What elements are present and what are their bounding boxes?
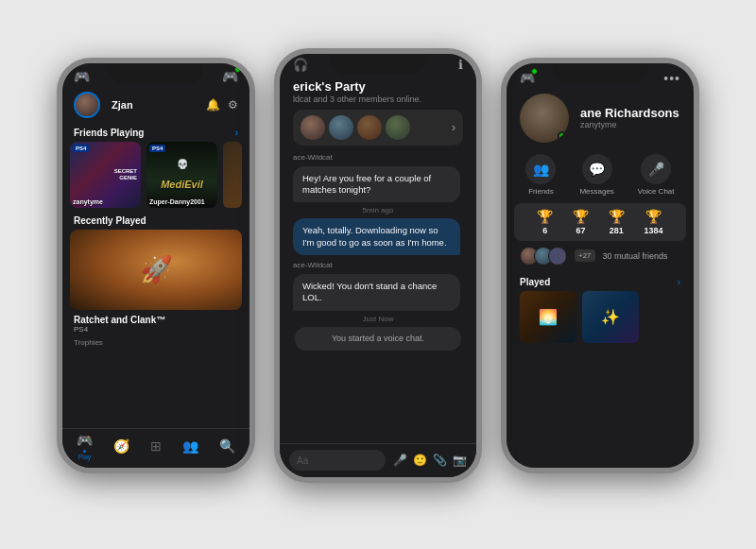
msg-sender-2: ace-Wildcat bbox=[280, 259, 476, 271]
member-avatar-4 bbox=[386, 115, 410, 140]
voice-chat-action[interactable]: 🎤 Voice Chat bbox=[638, 154, 675, 196]
paperclip-icon[interactable]: 📎 bbox=[433, 454, 447, 467]
friend-name-1: zanytyme bbox=[73, 198, 103, 205]
phones-container: 🎮 🎮 Zjan 🔔 ⚙ bbox=[19, 10, 737, 540]
trophy-gold-icon: 🏆 bbox=[573, 209, 589, 224]
game-horizon[interactable]: 🌅 bbox=[520, 291, 576, 343]
trophy-platinum: 🏆 6 bbox=[537, 209, 553, 235]
friends-playing-section: Friends Playing › bbox=[62, 124, 249, 142]
party-members-row[interactable]: › bbox=[293, 110, 463, 146]
phone1-username: Zjan bbox=[112, 99, 133, 111]
friends-action[interactable]: 👥 Friends bbox=[525, 154, 556, 196]
phone1-friends-row: SECRETGENIE PS4 zanytyme 💀 MediEvil PS4 … bbox=[62, 142, 249, 208]
mic-icon[interactable]: 🎤 bbox=[393, 454, 407, 467]
search-icon: 🔍 bbox=[219, 438, 235, 454]
trophy-bronze-count: 1384 bbox=[644, 226, 663, 235]
phone1-avatar[interactable] bbox=[74, 92, 100, 118]
phone1-party-icon[interactable]: 🎮 bbox=[222, 69, 238, 84]
phone2-info-icon[interactable]: ℹ bbox=[458, 58, 463, 72]
friend-name-2: Zuper-Danny2001 bbox=[149, 198, 205, 205]
bell-icon[interactable]: 🔔 bbox=[206, 98, 220, 112]
gamepad-icon: 🎮 bbox=[77, 433, 93, 448]
phone3-party-icon[interactable]: 🎮 bbox=[520, 71, 535, 86]
trophy-silver-icon: 🏆 bbox=[609, 209, 625, 224]
gear-icon[interactable]: ⚙ bbox=[228, 98, 238, 112]
ratchet-info: Ratchet and Clank™ PS4 bbox=[62, 310, 249, 335]
compass-icon: 🧭 bbox=[113, 438, 129, 454]
message-input[interactable]: Aa bbox=[289, 450, 386, 471]
phone-1: 🎮 🎮 Zjan 🔔 ⚙ bbox=[57, 58, 255, 473]
phone2-input-bar: Aa 🎤 🙂 📎 📷 bbox=[280, 443, 476, 477]
msg-bubble-4: You started a voice chat. bbox=[295, 327, 462, 352]
nav-active-dot bbox=[83, 450, 86, 453]
phone-2: 🎧 👤+ ℹ erick's Party ldcat and 3 other m… bbox=[274, 48, 482, 483]
trophy-gold-count: 67 bbox=[576, 226, 586, 235]
msg-bubble-1: Hey! Are you free for a couple of matche… bbox=[293, 166, 460, 203]
phone2-headphones-icon[interactable]: 🎧 bbox=[293, 58, 308, 72]
nav-ps[interactable]: ⊞ bbox=[150, 438, 162, 454]
phone3-notch bbox=[553, 63, 647, 84]
phone3-screen: 🎮 ••• ane Richardsons zanytyme bbox=[507, 63, 694, 468]
friends-action-label: Friends bbox=[528, 187, 554, 196]
mutual-avatars bbox=[520, 247, 567, 266]
people-icon: 👥 bbox=[182, 438, 198, 454]
phone3-profile-info: ane Richardsons zanytyme bbox=[580, 106, 680, 129]
phone3-recently-arrow[interactable]: › bbox=[678, 277, 680, 287]
phone1-header: Zjan 🔔 ⚙ bbox=[62, 88, 249, 124]
recently-played-section: Recently Played bbox=[62, 208, 249, 230]
messages-action[interactable]: 💬 Messages bbox=[579, 154, 613, 196]
emoji-icon[interactable]: 🙂 bbox=[413, 454, 427, 467]
ratchet-image: 🚀 bbox=[70, 230, 242, 310]
mutual-av-3 bbox=[548, 247, 567, 266]
phone1-bottom-nav: 🎮 Play 🧭 ⊞ 👥 🔍 bbox=[62, 428, 249, 468]
party-subtitle: ldcat and 3 other members online. bbox=[280, 94, 476, 110]
ps4-badge-1: PS4 bbox=[73, 145, 89, 152]
friend-card-2[interactable]: 💀 MediEvil PS4 Zuper-Danny2001 bbox=[146, 142, 217, 208]
nav-friends[interactable]: 👥 bbox=[182, 438, 198, 454]
messages-action-icon: 💬 bbox=[582, 154, 612, 184]
input-placeholder: Aa bbox=[297, 455, 308, 466]
phone3-recently-played: Played › bbox=[507, 271, 694, 291]
trophy-gold: 🏆 67 bbox=[573, 209, 589, 235]
friends-arrow[interactable]: › bbox=[235, 128, 238, 138]
ratchet-platform: PS4 bbox=[74, 325, 238, 334]
member-avatar-1 bbox=[301, 115, 325, 140]
phone3-mutual-friends: +27 30 mutual friends bbox=[507, 241, 694, 271]
phone3-trophies: 🏆 6 🏆 67 🏆 281 🏆 1384 bbox=[514, 203, 686, 241]
trophy-silver: 🏆 281 bbox=[609, 209, 625, 235]
profile-name: ane Richardsons bbox=[580, 106, 680, 120]
friend-card-3[interactable] bbox=[223, 142, 242, 208]
nav-play[interactable]: 🎮 Play bbox=[77, 433, 93, 460]
ratchet-title: Ratchet and Clank™ bbox=[74, 315, 238, 325]
phone-3: 🎮 ••• ane Richardsons zanytyme bbox=[501, 58, 699, 473]
ps4-badge-2: PS4 bbox=[149, 145, 165, 152]
nav-play-label: Play bbox=[78, 454, 92, 460]
nav-explore[interactable]: 🧭 bbox=[113, 438, 129, 454]
friends-playing-label: Friends Playing bbox=[74, 128, 144, 138]
phone2-notch bbox=[331, 54, 425, 75]
phone3-avatar bbox=[520, 94, 569, 143]
phone1-notch bbox=[109, 63, 203, 84]
nav-search[interactable]: 🔍 bbox=[219, 438, 235, 454]
trophies-label: Trophies bbox=[62, 335, 249, 350]
phone3-more-dots[interactable]: ••• bbox=[663, 71, 680, 86]
friend-card-1[interactable]: SECRETGENIE PS4 zanytyme bbox=[70, 142, 141, 208]
input-icons: 🎤 🙂 📎 📷 bbox=[393, 454, 467, 467]
voice-chat-action-icon: 🎤 bbox=[641, 154, 671, 184]
phone2-screen: 🎧 👤+ ℹ erick's Party ldcat and 3 other m… bbox=[280, 54, 476, 477]
friends-action-icon: 👥 bbox=[525, 154, 556, 184]
trophy-silver-count: 281 bbox=[610, 226, 624, 235]
phone1-back-icon[interactable]: 🎮 bbox=[74, 69, 90, 84]
mutual-badge: +27 bbox=[575, 249, 595, 262]
trophy-platinum-icon: 🏆 bbox=[537, 209, 553, 224]
phone3-profile-section: ane Richardsons zanytyme bbox=[507, 90, 694, 150]
phone1-screen: 🎮 🎮 Zjan 🔔 ⚙ bbox=[62, 63, 249, 468]
game-knack[interactable]: ✨ bbox=[582, 291, 639, 343]
camera-icon[interactable]: 📷 bbox=[453, 454, 467, 467]
ratchet-card[interactable]: 🚀 bbox=[70, 230, 242, 310]
messages-action-label: Messages bbox=[579, 187, 613, 196]
member-avatar-3 bbox=[357, 115, 382, 140]
phone3-actions: 👥 Friends 💬 Messages 🎤 Voice Chat bbox=[507, 150, 694, 203]
members-arrow-icon: › bbox=[452, 121, 455, 134]
online-status-dot bbox=[558, 131, 567, 141]
